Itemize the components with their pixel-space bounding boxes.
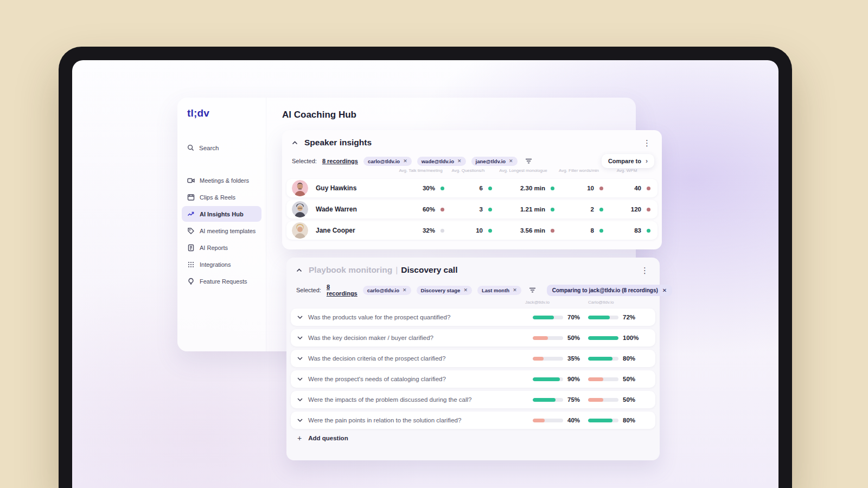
filter-chip[interactable]: Last month ✕ [477, 286, 521, 295]
column-header: Carlo@tldv.io [580, 300, 643, 305]
compare-to-button[interactable]: Compare to › [602, 154, 654, 168]
progress-bar [533, 398, 563, 402]
metric-value: 6 [480, 185, 483, 191]
filter-chip[interactable]: Discovery stage ✕ [417, 286, 472, 295]
status-dot [488, 187, 492, 190]
avatar [292, 222, 308, 239]
table-row[interactable]: Guy Hawkins 30% 6 2.30 min 10 40 [286, 179, 658, 197]
close-icon[interactable]: ✕ [403, 158, 407, 164]
progress-fill [533, 398, 556, 402]
add-question-label: Add question [308, 435, 348, 441]
filter-chip-label: Last month [482, 287, 509, 293]
add-question-button[interactable]: + Add question [297, 434, 348, 442]
percent-label: 100% [623, 335, 639, 341]
chevron-down-icon[interactable] [297, 336, 303, 339]
compare-to-label: Compare to [608, 158, 641, 164]
kebab-menu-icon[interactable]: ⋮ [640, 137, 654, 149]
table-row[interactable]: Wade Warren 60% 3 1.21 min 2 120 [286, 200, 658, 219]
column-header: Jack@tldv.io [518, 300, 580, 305]
filter-icon[interactable] [529, 287, 536, 293]
close-icon[interactable]: ✕ [457, 158, 462, 164]
question-text: Were the prospect's needs of cataloging … [308, 376, 533, 382]
close-icon[interactable]: ✕ [513, 287, 517, 293]
progress-bar [533, 419, 563, 422]
selected-count-link[interactable]: 8 recordings [322, 158, 358, 164]
close-icon[interactable]: ✕ [403, 287, 407, 293]
question-row[interactable]: Were the prospect's needs of cataloging … [291, 370, 655, 388]
sidebar-item-label: Feature Requests [200, 278, 247, 285]
filter-chip[interactable]: wade@tldv.io ✕ [417, 157, 466, 166]
column-header: Avg. Questions/h [444, 168, 492, 173]
chevron-down-icon[interactable] [297, 419, 303, 422]
percent-label: 80% [623, 417, 635, 423]
avatar [292, 201, 308, 217]
metric-value: 8 [591, 227, 594, 234]
question-row[interactable]: Were the impacts of the problem discusse… [291, 391, 655, 408]
filter-chip[interactable]: carlo@tldv.io ✕ [363, 157, 412, 166]
table-row[interactable]: Jane Cooper 32% 10 3.56 min 8 83 [286, 221, 658, 240]
close-icon[interactable]: ✕ [509, 158, 513, 164]
progress-fill [533, 316, 554, 319]
playbook-monitoring-panel: Playbook monitoring|Discovery call ⋮ Sel… [286, 258, 660, 460]
progress-bar [533, 357, 563, 361]
question-row[interactable]: Was the decision criteria of the prospec… [291, 350, 655, 367]
panel-title: Speaker insights [304, 138, 372, 147]
sidebar-item-feature-requests[interactable]: Feature Requests [182, 273, 261, 289]
sidebar-item-ai-reports[interactable]: AI Reports [182, 240, 261, 255]
progress-bar [533, 336, 563, 340]
close-icon[interactable]: ✕ [662, 287, 667, 293]
sidebar-item-integrations[interactable]: Integrations [182, 256, 261, 272]
desk-background: tl;dv Search Meetings & folders [0, 0, 868, 488]
column-header: Avg. Filler words/min [554, 168, 603, 173]
question-row[interactable]: Was the key decision maker / buyer clari… [291, 329, 655, 346]
metric-value: 3.56 min [520, 227, 545, 234]
percent-label: 50% [567, 335, 580, 341]
filter-chip[interactable]: jane@tldv.io ✕ [471, 157, 518, 166]
percent-label: 50% [623, 376, 635, 382]
laptop-screen: tl;dv Search Meetings & folders [72, 60, 778, 488]
chevron-down-icon[interactable] [297, 398, 303, 401]
sidebar-item-label: Clips & Reels [200, 194, 235, 201]
sidebar-item-ai-meeting-templates[interactable]: AI meeting templates [182, 223, 261, 239]
progress-bar [588, 316, 618, 319]
collapse-chevron-up-icon[interactable] [292, 141, 298, 145]
speaker-table-header: Avg. Talk time/meeting Avg. Questions/h … [292, 168, 654, 173]
close-icon[interactable]: ✕ [463, 287, 468, 293]
grid-dots-icon [187, 261, 195, 268]
question-row[interactable]: Were the pain points in relation to the … [291, 412, 655, 429]
percent-label: 50% [623, 396, 635, 403]
collapse-chevron-up-icon[interactable] [296, 268, 302, 272]
chevron-down-icon[interactable] [297, 377, 303, 381]
filter-icon[interactable] [525, 158, 532, 164]
page-title: AI Coaching Hub [282, 110, 356, 120]
question-text: Were the impacts of the problem discusse… [308, 396, 533, 403]
status-dot [441, 187, 444, 190]
selected-count-link[interactable]: 8 recordings [327, 284, 358, 297]
panel-title-muted: Playbook monitoring [309, 265, 392, 274]
avatar [292, 180, 308, 196]
metric-value: 30% [423, 185, 435, 191]
progress-fill [533, 336, 548, 340]
kebab-menu-icon[interactable]: ⋮ [637, 264, 652, 277]
column-header: Avg. Talk time/meeting [397, 168, 444, 173]
sidebar-item-clips-reels[interactable]: Clips & Reels [182, 189, 261, 205]
progress-fill [588, 419, 612, 422]
sidebar-item-meetings-folders[interactable]: Meetings & folders [182, 172, 261, 188]
progress-bar [588, 377, 618, 381]
search-button[interactable]: Search [187, 144, 219, 151]
progress-bar [588, 419, 618, 422]
filter-chip[interactable]: carlo@tldv.io ✕ [363, 286, 411, 295]
chevron-down-icon[interactable] [297, 316, 303, 319]
chevron-down-icon[interactable] [297, 357, 303, 360]
sidebar-item-ai-insights-hub[interactable]: AI Insights Hub [182, 206, 261, 222]
status-dot [551, 229, 554, 233]
question-row[interactable]: Was the products value for the prospect … [291, 309, 655, 326]
sidebar: tl;dv Search Meetings & folders [177, 98, 266, 351]
selected-label: Selected: [292, 158, 317, 164]
column-header: Avg. WPM [603, 168, 650, 173]
plus-icon: + [297, 434, 302, 442]
comparing-chip[interactable]: Comparing to jack@tldv.io (8 recordings)… [547, 285, 673, 296]
metric-value: 1.21 min [520, 206, 545, 213]
report-doc-icon [187, 244, 195, 252]
clapperboard-icon [187, 194, 195, 201]
